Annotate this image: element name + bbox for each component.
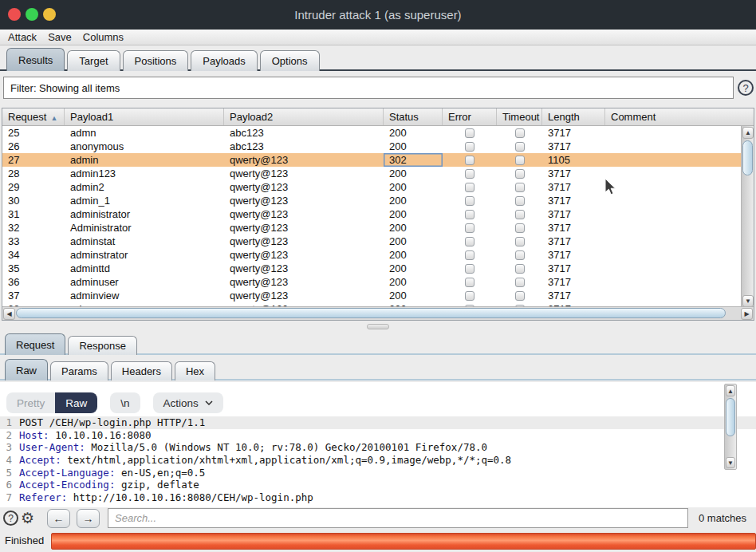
table-row[interactable]: 29admin2qwerty@1232003717	[2, 180, 741, 194]
cell-request: 36	[2, 275, 65, 289]
tab-headers[interactable]: Headers	[111, 361, 172, 380]
error-checkbox[interactable]	[465, 169, 474, 179]
table-horizontal-scrollbar[interactable]: ◀ ▶	[2, 306, 754, 320]
table-row[interactable]: 35adminttdqwerty@1232003717	[2, 262, 741, 275]
tab-target[interactable]: Target	[67, 50, 120, 71]
scroll-up-icon[interactable]: ▲	[742, 127, 754, 139]
cell-payload1: administrator	[65, 207, 224, 221]
timeout-checkbox[interactable]	[515, 264, 525, 274]
menu-save[interactable]: Save	[48, 31, 72, 43]
error-checkbox[interactable]	[465, 223, 474, 233]
tab-results[interactable]: Results	[6, 48, 65, 71]
timeout-checkbox[interactable]	[515, 250, 525, 260]
table-row[interactable]: 28admin123qwerty@1232003717	[2, 167, 741, 180]
next-match-button[interactable]: →	[77, 509, 100, 528]
error-checkbox[interactable]	[465, 237, 474, 246]
timeout-checkbox[interactable]	[515, 142, 525, 152]
cell-request: 37	[2, 289, 65, 302]
error-checkbox[interactable]	[465, 183, 474, 192]
timeout-checkbox[interactable]	[515, 183, 525, 192]
close-button[interactable]	[8, 8, 21, 21]
tab-request[interactable]: Request	[5, 333, 65, 355]
table-row[interactable]: 32Administratorqwerty@1232003717	[2, 221, 741, 235]
timeout-checkbox[interactable]	[515, 210, 525, 219]
minimize-button[interactable]	[43, 8, 56, 21]
timeout-checkbox[interactable]	[515, 128, 525, 138]
tab-options[interactable]: Options	[260, 50, 320, 71]
error-checkbox[interactable]	[465, 128, 474, 138]
cell-payload2: qwerty@123	[224, 194, 384, 207]
http-header-name: Accept:	[19, 454, 61, 467]
error-checkbox[interactable]	[465, 278, 474, 287]
timeout-checkbox[interactable]	[515, 237, 525, 246]
scroll-left-icon[interactable]: ◀	[3, 308, 15, 320]
table-vertical-scrollbar[interactable]: ▲ ▼	[741, 126, 754, 308]
tab-payloads[interactable]: Payloads	[191, 50, 257, 71]
column-header-error[interactable]: Error	[443, 108, 497, 125]
help-icon[interactable]: ?	[738, 80, 754, 96]
error-checkbox[interactable]	[465, 210, 474, 219]
gear-icon[interactable]: ⚙	[21, 511, 34, 526]
cell-timeout	[497, 194, 542, 207]
table-row[interactable]: 27adminqwerty@1233021105	[2, 153, 741, 167]
maximize-button[interactable]	[26, 8, 38, 21]
error-checkbox[interactable]	[465, 264, 474, 274]
table-row[interactable]: 30admin_1qwerty@1232003717	[2, 194, 741, 207]
filter-bar[interactable]: Filter: Showing all items	[3, 77, 734, 99]
raw-button[interactable]: Raw	[55, 392, 97, 413]
horizontal-scroll-thumb[interactable]	[16, 308, 726, 318]
cell-request: 27	[2, 153, 65, 167]
table-row[interactable]: 37adminviewqwerty@1232003717	[2, 289, 741, 302]
column-header-payload2[interactable]: Payload2	[224, 108, 384, 125]
tab-hex[interactable]: Hex	[175, 361, 215, 380]
scroll-down-icon[interactable]: ▼	[726, 457, 735, 468]
cell-status: 200	[384, 262, 443, 275]
error-checkbox[interactable]	[465, 291, 474, 301]
column-header-payload1[interactable]: Payload1	[65, 108, 224, 125]
column-header-request[interactable]: Request▲	[2, 108, 65, 125]
timeout-checkbox[interactable]	[515, 169, 525, 179]
table-row[interactable]: 36adminuserqwerty@1232003717	[2, 275, 741, 289]
error-checkbox[interactable]	[465, 142, 474, 152]
request-editor[interactable]: 1POST /CEH/wp-login.php HTTP/1.12Host: 1…	[0, 416, 756, 507]
timeout-checkbox[interactable]	[515, 156, 525, 165]
timeout-checkbox[interactable]	[515, 196, 525, 206]
table-row[interactable]: 31administratorqwerty@1232003717	[2, 207, 741, 221]
actions-button[interactable]: Actions	[153, 392, 223, 413]
table-row[interactable]: 33adminstatqwerty@1232003717	[2, 235, 741, 248]
timeout-checkbox[interactable]	[515, 278, 525, 287]
splitter-handle[interactable]	[367, 324, 389, 329]
tab-response[interactable]: Response	[68, 336, 137, 355]
error-checkbox[interactable]	[465, 156, 474, 165]
previous-match-button[interactable]: ←	[47, 509, 70, 528]
timeout-checkbox[interactable]	[515, 291, 525, 301]
search-help-icon[interactable]: ?	[3, 511, 18, 526]
editor-scroll-thumb[interactable]	[726, 398, 735, 436]
table-row[interactable]: 25admnabc1232003717	[2, 126, 741, 140]
column-header-timeout[interactable]: Timeout	[497, 108, 542, 125]
scroll-up-icon[interactable]: ▲	[726, 385, 735, 396]
table-row[interactable]: 34adminstratorqwerty@1232003717	[2, 248, 741, 262]
scroll-right-icon[interactable]: ▶	[741, 308, 753, 320]
chevron-down-icon	[205, 400, 213, 405]
tab-raw[interactable]: Raw	[5, 359, 48, 380]
menu-attack[interactable]: Attack	[8, 31, 37, 43]
editor-vertical-scrollbar[interactable]: ▲ ▼	[724, 384, 737, 470]
menu-columns[interactable]: Columns	[83, 31, 124, 43]
timeout-checkbox[interactable]	[515, 223, 525, 233]
error-checkbox[interactable]	[465, 196, 474, 206]
column-header-comment[interactable]: Comment	[605, 108, 754, 125]
cell-comment	[605, 248, 741, 262]
tab-positions[interactable]: Positions	[123, 50, 189, 71]
pretty-button[interactable]: Pretty	[6, 392, 55, 413]
table-row[interactable]: 26anonymousabc1232003717	[2, 140, 741, 153]
newline-toggle-button[interactable]: \n	[110, 392, 140, 413]
scroll-down-icon[interactable]: ▼	[742, 295, 754, 307]
error-checkbox[interactable]	[465, 250, 474, 260]
column-header-status[interactable]: Status	[384, 108, 443, 125]
tab-params[interactable]: Params	[50, 361, 108, 380]
vertical-scroll-thumb[interactable]	[742, 140, 753, 175]
search-input[interactable]	[108, 508, 688, 528]
column-header-length[interactable]: Length	[542, 108, 605, 125]
window-controls	[8, 8, 56, 21]
